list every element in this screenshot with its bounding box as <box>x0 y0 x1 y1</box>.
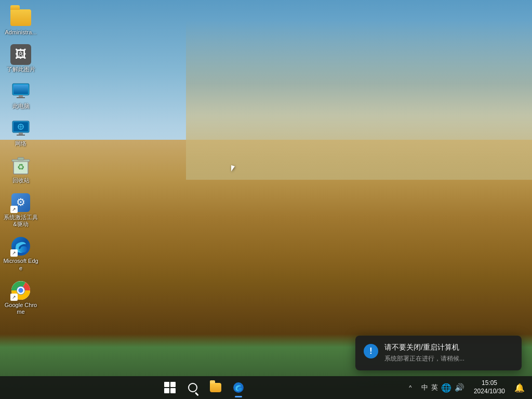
desktop-icon-recycle-bin[interactable]: ♻ 回收站 <box>1 153 41 186</box>
photo-icon-shape: 🖼 <box>10 44 31 65</box>
notification-popup: ! 请不要关闭/重启计算机 系统部署正在进行，请稍候... <box>355 336 522 370</box>
desktop: Administra... 🖼 了解此图片 <box>0 0 532 399</box>
active-indicator-edge <box>235 396 242 397</box>
desktop-icon-edge[interactable]: ↗ Microsoft Edge <box>1 234 41 273</box>
chevron-up-icon: ^ <box>409 384 411 391</box>
photo-icon-image: 🖼 <box>10 44 31 65</box>
clock-button[interactable]: 15:05 2024/10/30 <box>470 379 509 395</box>
notification-icon: ! <box>364 344 378 358</box>
desktop-icon-activation-tool[interactable]: ⚙ ↗ 系统激活工具&驱动 <box>1 190 41 230</box>
shortcut-arrow: ↗ <box>10 206 18 213</box>
building-background <box>186 20 532 179</box>
chrome-icon-image: ↗ <box>10 280 31 301</box>
svg-rect-2 <box>14 85 28 94</box>
recycle-icon-label: 回收站 <box>12 177 30 184</box>
tool-icon-label: 系统激活工具&驱动 <box>3 214 38 228</box>
search-button[interactable] <box>181 376 204 399</box>
tray-chevron-button[interactable]: ^ <box>405 376 416 399</box>
recycle-icon-image: ♻ <box>10 155 31 176</box>
network-tray-icon[interactable]: 🌐 <box>441 383 451 393</box>
tool-icon-image: ⚙ ↗ <box>10 192 31 213</box>
clock-date-display: 2024/10/30 <box>474 388 505 396</box>
shortcut-arrow-edge: ↗ <box>10 249 18 257</box>
bell-icon: 🔔 <box>514 383 525 393</box>
desktop-icons-container: Administra... 🖼 了解此图片 <box>0 5 42 320</box>
svg-rect-10 <box>19 132 23 135</box>
desktop-icon-network[interactable]: 网络 <box>1 116 41 149</box>
win-logo-cell-1 <box>164 382 169 387</box>
computer-svg <box>10 81 31 102</box>
svg-rect-4 <box>17 97 25 98</box>
win-logo-cell-4 <box>170 388 176 393</box>
network-icon-label: 网络 <box>15 140 26 147</box>
desktop-icon-chrome[interactable]: ↗ Google Chrome <box>1 278 41 317</box>
start-button[interactable] <box>158 376 181 399</box>
folder-icon-label: Administra... <box>5 29 36 36</box>
taskbar: ^ 中 英 🌐 🔊 15:05 2024/10/30 🔔 <box>0 376 532 399</box>
svg-text:♻: ♻ <box>17 163 24 171</box>
ime-chinese-icon[interactable]: 中 <box>421 383 428 392</box>
desktop-icon-administrator[interactable]: Administra... <box>1 5 41 38</box>
svg-point-21 <box>18 287 24 294</box>
svg-rect-3 <box>19 95 23 97</box>
folder-icon-shape <box>10 9 31 26</box>
ime-english-icon[interactable]: 英 <box>431 383 438 392</box>
edge-taskbar-icon <box>233 382 244 393</box>
notification-subtitle: 系统部署正在进行，请稍候... <box>384 354 513 363</box>
svg-rect-14 <box>18 157 24 160</box>
folder-icon-image <box>10 7 31 28</box>
computer-icon-image <box>10 81 31 102</box>
desktop-icon-photo-app[interactable]: 🖼 了解此图片 <box>1 42 41 75</box>
svg-rect-11 <box>17 135 25 136</box>
windows-logo-icon <box>164 382 176 393</box>
taskbar-center-items <box>4 376 405 399</box>
recycle-svg: ♻ <box>11 155 31 176</box>
notification-bell-button[interactable]: 🔔 <box>511 376 528 399</box>
win-logo-cell-3 <box>164 388 169 393</box>
folder-taskbar-icon <box>210 383 221 392</box>
network-svg <box>10 118 31 139</box>
notification-content: 请不要关闭/重启计算机 系统部署正在进行，请稍候... <box>384 343 513 363</box>
photo-icon-label: 了解此图片 <box>7 66 35 73</box>
file-explorer-button[interactable] <box>204 376 227 399</box>
clock-time-display: 15:05 <box>482 379 497 388</box>
volume-tray-icon[interactable]: 🔊 <box>455 383 464 392</box>
edge-icon-image: ↗ <box>10 236 31 257</box>
edge-icon-label: Microsoft Edge <box>3 258 38 271</box>
system-tray: ^ 中 英 🌐 🔊 15:05 2024/10/30 🔔 <box>405 376 528 399</box>
shortcut-arrow-chrome: ↗ <box>10 294 18 301</box>
chrome-icon-label: Google Chrome <box>3 302 38 315</box>
edge-taskbar-button[interactable] <box>227 376 250 399</box>
network-icon-image <box>10 118 31 139</box>
desktop-icon-this-pc[interactable]: 此电脑 <box>1 79 41 112</box>
notification-title: 请不要关闭/重启计算机 <box>384 343 513 352</box>
computer-icon-label: 此电脑 <box>12 103 30 110</box>
tray-icons: 中 英 🌐 🔊 <box>418 383 468 393</box>
search-icon <box>188 383 197 392</box>
svg-point-22 <box>234 382 244 393</box>
win-logo-cell-2 <box>170 382 176 387</box>
